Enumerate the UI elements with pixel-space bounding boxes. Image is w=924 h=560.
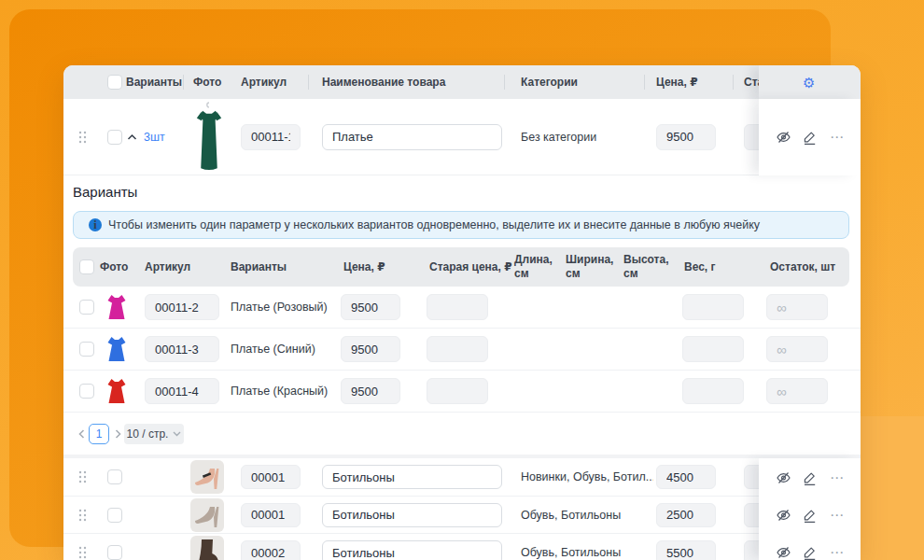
vcol-stock: Остаток, шт	[770, 260, 835, 274]
variant-stock-input[interactable]	[766, 336, 828, 362]
variant-photo-pink-dress[interactable]	[100, 290, 133, 324]
product-row-botilony-3: Обувь, Ботильоны	[63, 534, 861, 560]
hide-eye-slash-icon[interactable]	[776, 508, 791, 524]
variant-old-price-input[interactable]	[427, 336, 488, 362]
sticky-rows-actions: ⋯ ⋯ ⋯	[759, 458, 861, 560]
pagination-page-1[interactable]: 1	[89, 424, 109, 444]
sku-input[interactable]	[241, 124, 301, 150]
variant-weight-input[interactable]	[682, 378, 744, 404]
variant-sku-input[interactable]	[145, 336, 219, 362]
variants-table-header: Фото Артикул Варианты Цена, ₽ Старая цен…	[73, 247, 849, 287]
row-checkbox[interactable]	[107, 469, 122, 484]
price-input[interactable]	[656, 465, 716, 489]
vcol-length: Длина, см	[514, 253, 557, 281]
variant-name: Платье (Синий)	[231, 343, 315, 356]
variant-sku-input[interactable]	[145, 378, 219, 404]
variants-select-all-checkbox[interactable]	[79, 259, 94, 274]
hide-eye-slash-icon[interactable]	[776, 130, 791, 146]
variant-weight-input[interactable]	[682, 336, 744, 362]
pagination-next-icon[interactable]	[115, 428, 121, 439]
variant-price-input[interactable]	[341, 294, 400, 320]
variant-weight-input[interactable]	[682, 294, 744, 320]
drag-handle-icon[interactable]	[78, 546, 87, 559]
sticky-header-actions: ⚙	[759, 65, 861, 99]
product-row-botilony-2: Обувь, Ботильоны	[63, 497, 861, 534]
variant-stock-input[interactable]	[766, 294, 828, 320]
product-photo-heel-beige[interactable]	[190, 460, 224, 494]
variant-row: Платье (Розовый)	[63, 287, 861, 329]
more-actions-icon[interactable]: ⋯	[830, 469, 845, 486]
row-checkbox[interactable]	[107, 545, 122, 560]
header-divider	[733, 75, 734, 90]
drag-handle-icon[interactable]	[78, 470, 87, 483]
price-input[interactable]	[656, 540, 716, 560]
name-input[interactable]	[322, 540, 502, 560]
variant-name: Платье (Розовый)	[231, 301, 328, 314]
variants-count-link[interactable]: 3шт	[144, 131, 165, 144]
more-actions-icon[interactable]: ⋯	[830, 544, 845, 560]
pagination-prev-icon[interactable]	[78, 428, 85, 439]
variant-price-input[interactable]	[341, 378, 400, 404]
categories-value: Обувь, Ботильоны	[521, 509, 653, 522]
header-divider	[308, 75, 309, 90]
hide-eye-slash-icon[interactable]	[776, 545, 791, 560]
more-actions-icon[interactable]: ⋯	[830, 129, 845, 146]
variants-info-banner: i Чтобы изменить один параметр у несколь…	[73, 211, 849, 239]
variants-pagination: 1 10 / стр.	[63, 413, 861, 455]
variant-row: Платье (Синий)	[63, 329, 861, 371]
variants-info-text: Чтобы изменить один параметр у нескольки…	[108, 218, 760, 231]
price-input[interactable]	[656, 124, 716, 150]
name-input[interactable]	[322, 124, 502, 150]
vcol-price: Цена, ₽	[343, 260, 385, 274]
name-input[interactable]	[322, 503, 502, 527]
variant-photo-blue-dress[interactable]	[100, 332, 133, 366]
collapse-variants-icon[interactable]	[127, 133, 137, 140]
vcol-weight: Вес, г	[684, 260, 716, 274]
per-page-select[interactable]: 10 / стр.	[124, 424, 184, 444]
name-input[interactable]	[322, 465, 502, 489]
select-all-checkbox[interactable]	[107, 75, 122, 90]
edit-pencil-icon[interactable]	[802, 508, 818, 524]
drag-handle-icon[interactable]	[78, 131, 87, 144]
col-photo: Фото	[193, 76, 221, 89]
edit-pencil-icon[interactable]	[802, 545, 818, 560]
variant-checkbox[interactable]	[79, 300, 94, 315]
hide-eye-slash-icon[interactable]	[776, 469, 791, 485]
variant-photo-red-dress[interactable]	[100, 374, 133, 408]
sku-input[interactable]	[241, 540, 301, 560]
variant-old-price-input[interactable]	[427, 294, 488, 320]
variant-checkbox[interactable]	[79, 342, 94, 357]
product-photo-boot-dark[interactable]	[190, 536, 224, 560]
sku-input[interactable]	[241, 503, 301, 527]
header-divider	[504, 75, 505, 90]
row-checkbox[interactable]	[107, 130, 122, 145]
product-photo-heel-grey[interactable]	[190, 498, 224, 532]
header-divider	[644, 75, 645, 90]
edit-pencil-icon[interactable]	[802, 469, 818, 485]
price-input[interactable]	[656, 503, 716, 527]
row-checkbox[interactable]	[107, 508, 122, 523]
vcol-old-price: Старая цена, ₽	[429, 260, 512, 274]
product-photo-dress[interactable]	[189, 101, 230, 174]
variant-sku-input[interactable]	[145, 294, 219, 320]
header-divider	[183, 75, 184, 90]
variant-checkbox[interactable]	[79, 384, 94, 399]
product-rows: Новинки, Обувь, Ботил... Обувь, Ботильон…	[63, 458, 861, 560]
variant-old-price-input[interactable]	[427, 378, 488, 404]
variants-title: Варианты	[73, 184, 137, 200]
product-row-dress: 3шт Без категории	[63, 99, 861, 175]
edit-pencil-icon[interactable]	[802, 130, 818, 146]
vcol-variant: Варианты	[231, 260, 287, 274]
drag-handle-icon[interactable]	[78, 509, 87, 522]
col-price: Цена, ₽	[656, 76, 698, 89]
col-sku: Артикул	[241, 76, 287, 89]
vcol-height: Высота, см	[623, 253, 672, 281]
sku-input[interactable]	[241, 465, 301, 489]
per-page-value: 10 / стр.	[127, 427, 169, 441]
table-settings-gear-icon[interactable]: ⚙	[803, 76, 815, 90]
col-categories: Категории	[521, 76, 578, 89]
variant-stock-input[interactable]	[766, 378, 828, 404]
more-actions-icon[interactable]: ⋯	[830, 507, 845, 524]
variant-price-input[interactable]	[341, 336, 400, 362]
vcol-width: Ширина, см	[566, 253, 614, 281]
